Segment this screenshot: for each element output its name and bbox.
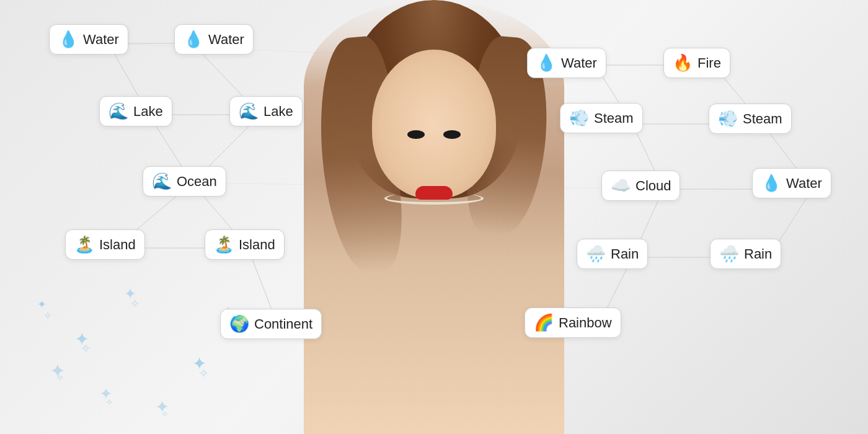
- silhouette: [304, 0, 564, 434]
- sparkle-cross-5: ✧: [198, 366, 209, 381]
- tag-water-3[interactable]: 💧 Water: [527, 48, 606, 78]
- tag-label-water-3: Water: [561, 55, 597, 71]
- tag-water-4[interactable]: 💧 Water: [752, 168, 831, 198]
- tag-steam-1[interactable]: 💨 Steam: [560, 103, 643, 133]
- sparkle-cross-7: ✧: [161, 409, 169, 419]
- person-portrait: [304, 0, 564, 434]
- sparkle-cross-2: ✧: [56, 372, 64, 384]
- tag-label-steam-2: Steam: [743, 111, 782, 127]
- tag-island-1[interactable]: 🏝️ Island: [65, 229, 145, 260]
- necklace: [384, 192, 484, 205]
- tag-rainbow-1[interactable]: 🌈 Rainbow: [525, 308, 621, 338]
- tag-emoji-island-2: 🏝️: [214, 235, 234, 254]
- tag-emoji-water-3: 💧: [536, 53, 556, 73]
- sparkle-cross-0: ✧: [43, 310, 52, 322]
- tag-label-lake-2: Lake: [264, 104, 293, 120]
- tag-cloud-1[interactable]: ☁️ Cloud: [601, 170, 680, 201]
- eye-right: [407, 130, 425, 139]
- tag-label-lake-1: Lake: [133, 104, 163, 120]
- tag-emoji-steam-2: 💨: [718, 109, 738, 128]
- tag-water-2[interactable]: 💧 Water: [174, 24, 254, 55]
- tag-emoji-island-1: 🏝️: [74, 235, 94, 254]
- tag-rain-1[interactable]: 🌧️ Rain: [577, 239, 648, 269]
- tag-label-ocean-1: Ocean: [177, 174, 217, 190]
- tag-emoji-lake-1: 🌊: [108, 102, 128, 121]
- tag-emoji-lake-2: 🌊: [239, 102, 259, 121]
- tag-label-rainbow-1: Rainbow: [559, 315, 612, 331]
- tag-label-continent-1: Continent: [254, 316, 312, 332]
- tag-emoji-rain-1: 🌧️: [586, 244, 606, 264]
- tag-label-water-4: Water: [786, 175, 822, 192]
- tag-island-2[interactable]: 🏝️ Island: [205, 229, 285, 260]
- tag-emoji-rainbow-1: 🌈: [534, 313, 554, 332]
- tag-water-1[interactable]: 💧 Water: [49, 24, 128, 55]
- tag-label-rain-2: Rain: [744, 246, 772, 262]
- tag-label-rain-1: Rain: [611, 246, 639, 262]
- sparkle-0: ✦: [37, 298, 46, 311]
- tag-label-cloud-1: Cloud: [636, 178, 671, 194]
- tag-label-steam-1: Steam: [594, 110, 634, 126]
- sparkle-cross-3: ✧: [105, 397, 113, 408]
- tag-label-island-1: Island: [99, 237, 136, 253]
- sparkle-cross-1: ✧: [81, 341, 91, 356]
- tag-emoji-fire-1: 🔥: [673, 53, 693, 73]
- tag-label-island-2: Island: [239, 237, 275, 253]
- tag-ocean-1[interactable]: 🌊 Ocean: [143, 166, 226, 197]
- tag-rain-2[interactable]: 🌧️ Rain: [710, 239, 781, 269]
- tag-lake-1[interactable]: 🌊 Lake: [99, 96, 172, 126]
- tag-label-water-1: Water: [83, 32, 119, 48]
- tag-emoji-steam-1: 💨: [569, 108, 589, 128]
- eye-left: [443, 130, 461, 139]
- tag-continent-1[interactable]: 🌍 Continent: [220, 309, 322, 339]
- tag-lake-2[interactable]: 🌊 Lake: [229, 96, 303, 126]
- tag-emoji-water-1: 💧: [58, 30, 78, 49]
- tag-emoji-ocean-1: 🌊: [152, 172, 172, 191]
- tag-emoji-water-2: 💧: [184, 30, 203, 49]
- tag-label-fire-1: Fire: [698, 55, 721, 71]
- tag-emoji-water-4: 💧: [761, 174, 781, 193]
- tag-emoji-continent-1: 🌍: [229, 314, 249, 334]
- face: [372, 50, 496, 198]
- tag-label-water-2: Water: [208, 32, 244, 48]
- sparkle-cross-4: ✧: [130, 298, 140, 311]
- tag-steam-2[interactable]: 💨 Steam: [709, 104, 792, 134]
- tag-fire-1[interactable]: 🔥 Fire: [663, 48, 730, 78]
- tag-emoji-cloud-1: ☁️: [611, 176, 631, 195]
- tag-emoji-rain-2: 🌧️: [719, 244, 739, 264]
